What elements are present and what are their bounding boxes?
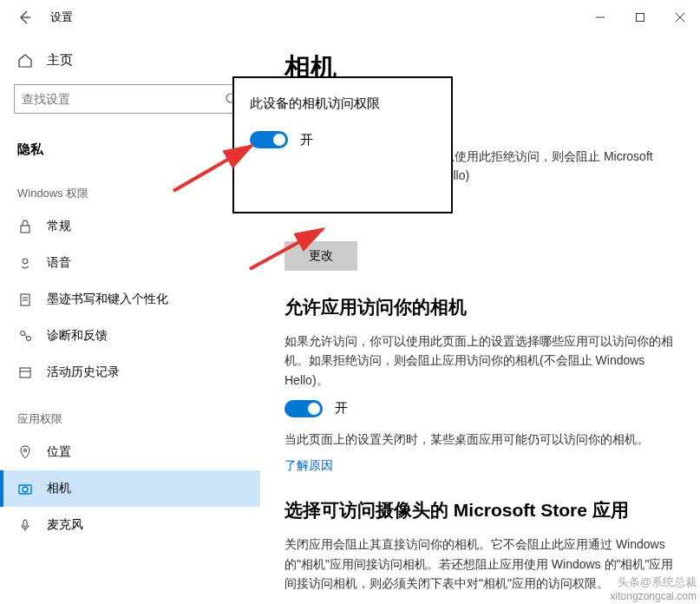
microphone-icon <box>17 517 33 533</box>
sidebar-item-label: 墨迹书写和键入个性化 <box>47 292 168 307</box>
apps-access-toggle[interactable] <box>285 400 323 417</box>
sidebar: 主页 隐私 Windows 权限 常规 语音 墨迹书写和键入个性化 诊断和反馈 … <box>0 35 260 604</box>
home-icon <box>17 53 33 69</box>
window-title: 设置 <box>50 10 73 25</box>
location-icon <box>17 444 33 460</box>
minimize-button[interactable] <box>580 3 620 31</box>
sidebar-item-general[interactable]: 常规 <box>0 208 260 245</box>
watermark-text-1: 头条@系统总裁 <box>618 574 697 590</box>
annotation-arrow-1 <box>165 130 269 200</box>
apps-toggle-label: 开 <box>335 400 348 417</box>
sidebar-item-diagnostics[interactable]: 诊断和反馈 <box>0 318 260 354</box>
sidebar-item-camera[interactable]: 相机 <box>0 470 260 507</box>
search-input[interactable] <box>22 92 225 106</box>
sidebar-item-inking[interactable]: 墨迹书写和键入个性化 <box>0 281 260 318</box>
svg-rect-15 <box>20 368 30 378</box>
svg-rect-20 <box>23 520 27 527</box>
maximize-button[interactable] <box>620 3 660 31</box>
section-text-apps: 如果允许访问，你可以使用此页面上的设置选择哪些应用可以访问你的相机。如果拒绝访问… <box>285 332 676 390</box>
close-button[interactable] <box>660 3 700 31</box>
learn-more-link[interactable]: 了解原因 <box>285 458 333 472</box>
sidebar-item-label: 位置 <box>47 444 71 460</box>
sidebar-item-label: 相机 <box>47 481 71 496</box>
svg-rect-7 <box>21 226 29 233</box>
sidebar-home-label: 主页 <box>47 52 73 69</box>
svg-point-19 <box>23 487 28 492</box>
svg-point-12 <box>21 332 25 336</box>
sidebar-item-speech[interactable]: 语音 <box>0 245 260 281</box>
section-heading-store: 选择可访问摄像头的 Microsoft Store 应用 <box>285 498 676 522</box>
back-button[interactable] <box>16 9 33 26</box>
search-input-container[interactable] <box>14 84 246 114</box>
annotation-arrow-2 <box>243 217 338 278</box>
clipboard-icon <box>17 292 33 307</box>
speech-icon <box>17 255 33 271</box>
sidebar-sub-app: 应用权限 <box>0 391 260 434</box>
svg-line-22 <box>173 146 252 191</box>
sidebar-item-label: 麦克风 <box>47 517 83 533</box>
svg-line-14 <box>24 334 27 338</box>
sidebar-item-label: 语音 <box>47 255 71 271</box>
sidebar-home[interactable]: 主页 <box>0 43 260 77</box>
svg-point-17 <box>24 450 27 452</box>
popup-title: 此设备的相机访问权限 <box>250 95 435 112</box>
history-icon <box>17 364 33 380</box>
sidebar-item-label: 诊断和反馈 <box>47 328 108 344</box>
svg-line-23 <box>250 229 323 269</box>
sidebar-item-label: 活动历史记录 <box>47 364 120 380</box>
svg-point-8 <box>23 259 28 264</box>
watermark-text-2: xitongzongcai.com <box>611 590 697 602</box>
svg-point-13 <box>27 337 31 341</box>
svg-rect-2 <box>637 14 644 22</box>
apps-note: 当此页面上的设置关闭时，某些桌面应用可能仍可以访问你的相机。 <box>285 430 676 449</box>
device-toggle-label: 开 <box>300 132 313 148</box>
titlebar: 设置 <box>0 0 700 35</box>
lock-icon <box>17 219 33 234</box>
sidebar-item-label: 常规 <box>47 219 71 234</box>
section-heading-apps: 允许应用访问你的相机 <box>285 295 676 319</box>
sidebar-item-activity[interactable]: 活动历史记录 <box>0 354 260 391</box>
camera-icon <box>17 481 33 496</box>
sidebar-item-microphone[interactable]: 麦克风 <box>0 507 260 543</box>
sidebar-item-location[interactable]: 位置 <box>0 434 260 470</box>
feedback-icon <box>17 328 33 344</box>
